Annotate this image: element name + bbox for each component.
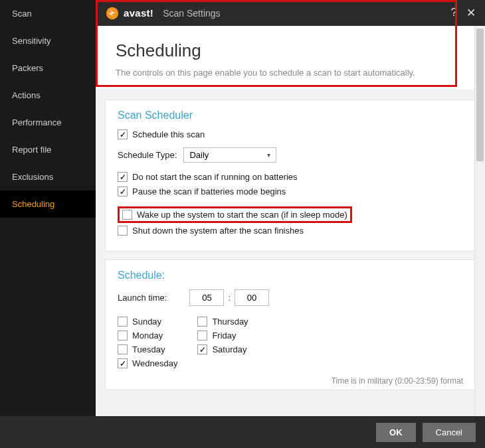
sidebar-item-sensitivity[interactable]: Sensitivity bbox=[0, 27, 96, 54]
sidebar-item-actions[interactable]: Actions bbox=[0, 82, 96, 109]
checkbox-wednesday[interactable] bbox=[118, 358, 128, 368]
help-icon[interactable]: ? bbox=[451, 6, 457, 20]
sidebar-item-exclusions[interactable]: Exclusions bbox=[0, 163, 96, 190]
label-saturday: Saturday bbox=[212, 344, 246, 354]
checkbox-thursday[interactable] bbox=[197, 317, 207, 327]
scrollbar[interactable] bbox=[474, 26, 485, 416]
sidebar-item-scan[interactable]: Scan bbox=[0, 0, 96, 27]
scrollbar-thumb[interactable] bbox=[476, 29, 484, 161]
launch-minute-input[interactable]: 00 bbox=[235, 289, 269, 306]
titlebar: avast! Scan Settings ? ✕ bbox=[96, 0, 485, 26]
checkbox-monday[interactable] bbox=[118, 331, 128, 340]
time-colon: : bbox=[228, 293, 231, 303]
label-schedule-this: Schedule this scan bbox=[132, 129, 205, 139]
launch-time-label: Launch time: bbox=[118, 293, 167, 303]
brand-text: avast! bbox=[124, 7, 153, 19]
scan-scheduler-panel: Scan Scheduler Schedule this scan Schedu… bbox=[105, 100, 476, 252]
label-friday: Friday bbox=[212, 331, 236, 340]
page-title: Scheduling bbox=[116, 40, 465, 61]
label-sunday: Sunday bbox=[132, 317, 161, 327]
checkbox-sunday[interactable] bbox=[118, 317, 128, 327]
sidebar-item-scheduling[interactable]: Scheduling bbox=[0, 190, 96, 218]
label-wake-system: Wake up the system to start the scan (if… bbox=[137, 210, 347, 220]
time-format-note: Time is in military (0:00-23:59) format bbox=[332, 376, 463, 386]
page-header: Scheduling The controls on this page ena… bbox=[96, 26, 485, 90]
sidebar: Scan Sensitivity Packers Actions Perform… bbox=[0, 0, 96, 416]
checkbox-no-batteries[interactable] bbox=[118, 172, 128, 182]
label-monday: Monday bbox=[132, 331, 163, 340]
ok-button[interactable]: OK bbox=[376, 423, 416, 442]
checkbox-saturday[interactable] bbox=[197, 344, 207, 354]
label-shutdown: Shut down the system after the scan fini… bbox=[132, 226, 304, 236]
cancel-button[interactable]: Cancel bbox=[423, 423, 476, 442]
checkbox-wake-system[interactable] bbox=[122, 210, 132, 220]
sidebar-item-performance[interactable]: Performance bbox=[0, 109, 96, 136]
schedule-type-value: Daily bbox=[189, 150, 209, 160]
checkbox-friday[interactable] bbox=[197, 331, 207, 340]
checkbox-pause-batteries[interactable] bbox=[118, 187, 128, 196]
schedule-title: Schedule: bbox=[118, 269, 463, 281]
bottom-bar: OK Cancel bbox=[0, 416, 485, 448]
titlebar-subtitle: Scan Settings bbox=[163, 8, 220, 19]
label-tuesday: Tuesday bbox=[132, 344, 165, 354]
checkbox-schedule-this[interactable] bbox=[118, 129, 128, 139]
checkbox-shutdown[interactable] bbox=[118, 226, 128, 236]
schedule-type-select[interactable]: Daily ▾ bbox=[183, 147, 276, 163]
scan-scheduler-title: Scan Scheduler bbox=[118, 110, 463, 121]
label-pause-batteries: Pause the scan if batteries mode begins bbox=[132, 187, 286, 196]
schedule-type-label: Schedule Type: bbox=[118, 150, 177, 160]
main-panel: avast! Scan Settings ? ✕ Scheduling The … bbox=[96, 0, 485, 416]
launch-hour-input[interactable]: 05 bbox=[189, 289, 224, 306]
checkbox-tuesday[interactable] bbox=[118, 344, 128, 354]
sidebar-item-packers[interactable]: Packers bbox=[0, 54, 96, 82]
label-thursday: Thursday bbox=[212, 317, 248, 327]
chevron-down-icon: ▾ bbox=[267, 151, 270, 159]
sidebar-item-report-file[interactable]: Report file bbox=[0, 136, 96, 163]
schedule-panel: Schedule: Launch time: 05 : 00 Sunday Mo… bbox=[105, 260, 476, 390]
highlight-wake-row: Wake up the system to start the scan (if… bbox=[118, 206, 352, 223]
close-icon[interactable]: ✕ bbox=[466, 6, 476, 20]
label-wednesday: Wednesday bbox=[132, 358, 177, 368]
content-area: Scan Scheduler Schedule this scan Schedu… bbox=[96, 90, 485, 416]
page-description: The controls on this page enable you to … bbox=[116, 68, 465, 78]
avast-logo-icon bbox=[105, 6, 120, 21]
label-no-batteries: Do not start the scan if running on batt… bbox=[132, 172, 298, 182]
